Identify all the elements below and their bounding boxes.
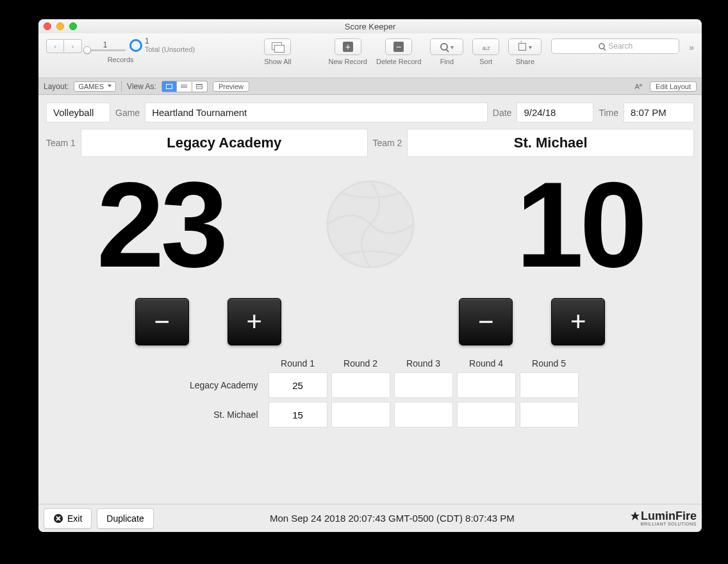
round-cell[interactable]: 15 [269, 402, 327, 427]
game-label: Game [115, 108, 140, 118]
round-cell[interactable] [457, 402, 516, 427]
round-cell[interactable] [394, 402, 453, 427]
rounds-table: Round 1 Round 2 Round 3 Round 4 Round 5 … [46, 358, 694, 427]
layout-label: Layout: [44, 82, 69, 91]
team1-score: 23 [97, 163, 224, 285]
round-cell[interactable] [520, 402, 579, 427]
search-icon [440, 43, 448, 51]
round-header: Round 3 [394, 358, 453, 369]
delete-record-button[interactable]: − [385, 38, 412, 55]
team2-minus-button[interactable]: − [459, 298, 513, 345]
date-input[interactable]: 9/24/18 [517, 103, 593, 122]
toolbar: ‹ › 1 1 Total (Unsorted) Rec [38, 33, 702, 78]
exit-button[interactable]: Exit [44, 508, 92, 529]
titlebar: Score Keeper [38, 19, 702, 33]
plus-icon: + [343, 42, 353, 52]
edit-layout-button[interactable]: Edit Layout [650, 81, 697, 92]
overflow-button[interactable]: » [689, 42, 694, 53]
minus-icon: − [154, 306, 170, 337]
next-record-button[interactable]: › [64, 39, 82, 53]
plus-icon: + [570, 306, 586, 337]
round-cell[interactable] [457, 372, 516, 398]
sort-icon [483, 41, 490, 53]
round-header: Round 4 [457, 358, 516, 369]
layout-select[interactable]: GAMES [74, 81, 116, 92]
team2-name-input[interactable]: St. Michael [407, 129, 694, 157]
team1-plus-button[interactable]: + [228, 298, 281, 345]
record-status: Total (Unsorted) [145, 46, 195, 53]
window-controls [44, 22, 77, 30]
preview-button[interactable]: Preview [213, 81, 249, 92]
volleyball-icon [326, 179, 415, 269]
share-icon [518, 43, 526, 51]
round-header: Round 2 [331, 358, 390, 369]
round-row-label: St. Michael [162, 410, 265, 420]
viewas-label: View As: [127, 82, 156, 91]
team1-label: Team 1 [46, 138, 76, 148]
team1-minus-button[interactable]: − [135, 298, 189, 345]
content-area: Volleyball Game Heartland Tournament Dat… [38, 95, 702, 504]
sport-input[interactable]: Volleyball [46, 103, 110, 122]
sort-button[interactable] [472, 38, 499, 55]
app-window: Score Keeper ‹ › 1 1 [38, 19, 702, 532]
time-input[interactable]: 8:07 PM [624, 103, 694, 122]
layout-bar: Layout: GAMES View As: Preview Aª Edit L… [38, 78, 702, 95]
round-cell[interactable]: 25 [269, 372, 327, 398]
round-cell[interactable] [394, 372, 453, 398]
record-slider[interactable]: 1 [85, 40, 126, 51]
plus-icon: + [246, 306, 262, 337]
window-title: Score Keeper [38, 22, 702, 31]
view-form-button[interactable] [161, 81, 177, 92]
search-input[interactable]: Search [551, 38, 679, 54]
share-button[interactable]: ▾ [508, 38, 542, 55]
records-label: Records [108, 56, 134, 63]
record-total: 1 [145, 37, 195, 46]
stack-icon [272, 42, 283, 51]
round-cell[interactable] [520, 372, 579, 398]
find-button[interactable]: ▾ [430, 38, 463, 55]
date-label: Date [493, 108, 512, 118]
table-row: Legacy Academy 25 [162, 372, 579, 398]
team1-name-input[interactable]: Legacy Academy [81, 129, 368, 157]
team2-label: Team 2 [373, 138, 402, 148]
prev-record-button[interactable]: ‹ [46, 39, 64, 53]
duplicate-button[interactable]: Duplicate [97, 508, 153, 529]
minimize-button[interactable] [56, 22, 64, 30]
view-table-button[interactable] [192, 81, 208, 92]
brand-logo: LuminFire BRILLIANT SOLUTIONS [631, 510, 697, 526]
close-button[interactable] [44, 22, 51, 30]
team2-score: 10 [516, 163, 643, 285]
round-cell[interactable] [331, 372, 390, 398]
show-all-button[interactable] [264, 38, 291, 55]
round-header: Round 1 [269, 358, 327, 369]
search-icon [599, 43, 605, 49]
table-row: St. Michael 15 [162, 402, 579, 427]
record-slider-value: 1 [103, 40, 108, 49]
round-row-label: Legacy Academy [162, 380, 265, 390]
bottom-bar: Exit Duplicate Mon Sep 24 2018 20:07:43 … [38, 504, 702, 532]
timestamp: Mon Sep 24 2018 20:07:43 GMT-0500 (CDT) … [159, 513, 625, 524]
record-ring-icon [129, 39, 142, 52]
new-record-button[interactable]: + [335, 38, 361, 55]
close-circle-icon [53, 513, 63, 524]
team2-plus-button[interactable]: + [551, 298, 605, 345]
game-name-input[interactable]: Heartland Tournament [145, 103, 488, 122]
view-list-button[interactable] [177, 81, 192, 92]
round-header: Round 5 [520, 358, 579, 369]
time-label: Time [599, 108, 618, 118]
minus-icon: − [393, 42, 404, 52]
minus-icon: − [478, 306, 494, 337]
text-format-button[interactable]: Aª [635, 83, 642, 90]
maximize-button[interactable] [69, 22, 77, 30]
star-icon [631, 511, 640, 520]
round-cell[interactable] [331, 402, 390, 427]
